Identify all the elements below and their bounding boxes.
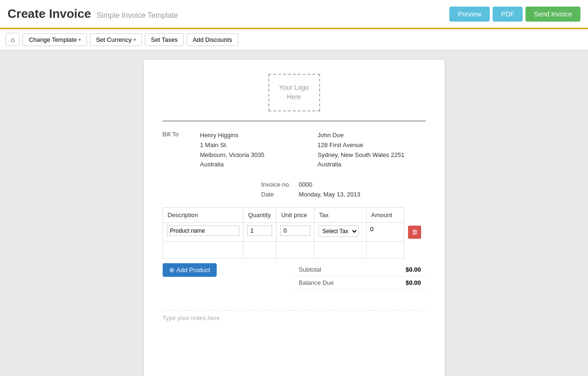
to-address2: Sydney, New South Wales 2251 xyxy=(318,150,426,160)
delete-row-button[interactable]: 🗑 xyxy=(408,226,421,239)
col-tax: Tax xyxy=(314,208,366,223)
add-discounts-label: Add Discounts xyxy=(193,36,232,43)
amount-cell: 0 xyxy=(366,223,404,242)
change-template-label: Change Template xyxy=(29,36,77,43)
toolbar: ⌂ Change Template ▾ Set Currency ▾ Set T… xyxy=(0,29,588,50)
to-address1: 128 First Avenue xyxy=(318,141,426,150)
unit-price-input[interactable] xyxy=(280,226,310,236)
pdf-button[interactable]: PDF xyxy=(493,7,523,22)
col-unit-price: Unit price xyxy=(276,208,314,223)
home-icon: ⌂ xyxy=(11,36,15,43)
bill-to-info: John Doe 128 First Avenue Sydney, New So… xyxy=(318,131,426,170)
notes-placeholder[interactable]: Type your notes here xyxy=(163,314,220,321)
invoice-meta: Invoice no. 0000 Date Monday, May 13, 20… xyxy=(163,181,426,198)
plus-icon: ⊕ xyxy=(169,266,174,274)
top-header: Create Invoice Simple Invoice Template P… xyxy=(0,0,588,29)
bill-from: Henry Higgins 1 Main St. Melbourn, Victo… xyxy=(200,131,308,170)
quantity-cell xyxy=(243,223,276,242)
set-taxes-label: Set Taxes xyxy=(151,36,178,43)
home-button[interactable]: ⌂ xyxy=(6,33,20,46)
logo-text: Your Logo Here xyxy=(279,83,309,102)
send-invoice-button[interactable]: Send Invoice xyxy=(525,7,580,22)
unit-price-cell xyxy=(276,223,314,242)
invoice-no-row: Invoice no. 0000 xyxy=(163,181,426,188)
balance-value: $0.00 xyxy=(378,276,425,290)
spacer-row xyxy=(163,242,425,258)
change-template-button[interactable]: Change Template ▾ xyxy=(23,33,87,46)
tax-cell: Select Tax xyxy=(314,223,366,242)
header-buttons: Preview PDF Send Invoice xyxy=(449,7,580,22)
description-input[interactable] xyxy=(167,226,239,236)
logo-area: Your Logo Here xyxy=(163,74,426,111)
subtotal-label: Subtotal xyxy=(294,263,379,276)
logo-placeholder[interactable]: Your Logo Here xyxy=(268,74,320,111)
table-row: Select Tax 0 🗑 xyxy=(163,223,425,242)
bill-to-label: Bill To xyxy=(163,131,191,170)
invoice-no-label: Invoice no. xyxy=(261,181,299,188)
add-discounts-button[interactable]: Add Discounts xyxy=(187,33,238,46)
add-product-label: Add Product xyxy=(177,266,211,274)
notes-area: Type your notes here xyxy=(163,310,426,325)
col-quantity: Quantity xyxy=(243,208,276,223)
from-country: Australia xyxy=(200,160,308,170)
page-title: Create Invoice xyxy=(8,7,91,21)
page-subtitle: Simple Invoice Template xyxy=(97,11,178,20)
change-template-caret: ▾ xyxy=(78,37,81,42)
invoice-no-value: 0000 xyxy=(299,181,313,188)
invoice-paper: Your Logo Here Bill To Henry Higgins 1 M… xyxy=(144,60,445,376)
set-currency-button[interactable]: Set Currency ▾ xyxy=(90,33,142,46)
totals-section: Subtotal $0.00 Balance Due $0.00 xyxy=(294,263,426,290)
from-address1: 1 Main St. xyxy=(200,141,308,150)
col-amount: Amount xyxy=(366,208,404,223)
amount-value: 0 xyxy=(370,226,374,233)
product-description-cell xyxy=(163,223,243,242)
set-currency-label: Set Currency xyxy=(96,36,132,43)
table-header-row: Description Quantity Unit price Tax Amou… xyxy=(163,208,425,223)
header-divider xyxy=(163,121,426,121)
col-description: Description xyxy=(163,208,243,223)
add-product-button[interactable]: ⊕ Add Product xyxy=(163,263,217,277)
main-content: Your Logo Here Bill To Henry Higgins 1 M… xyxy=(0,50,588,376)
set-currency-caret: ▾ xyxy=(133,37,136,42)
to-name: John Doe xyxy=(318,131,426,141)
date-value: Monday, May 13, 2013 xyxy=(299,191,361,198)
title-area: Create Invoice Simple Invoice Template xyxy=(8,7,178,21)
balance-row: Balance Due $0.00 xyxy=(294,276,426,290)
totals-table: Subtotal $0.00 Balance Due $0.00 xyxy=(294,263,426,290)
tax-select[interactable]: Select Tax xyxy=(318,226,359,237)
to-country: Australia xyxy=(318,160,426,170)
subtotal-value: $0.00 xyxy=(378,263,425,276)
set-taxes-button[interactable]: Set Taxes xyxy=(145,33,184,46)
delete-cell: 🗑 xyxy=(404,223,425,242)
from-address2: Melbourn, Victoria 3035 xyxy=(200,150,308,160)
add-product-row: ⊕ Add Product xyxy=(163,263,217,277)
from-name: Henry Higgins xyxy=(200,131,308,141)
date-row: Date Monday, May 13, 2013 xyxy=(163,191,426,198)
preview-button[interactable]: Preview xyxy=(449,7,490,22)
billing-section: Bill To Henry Higgins 1 Main St. Melbour… xyxy=(163,131,426,170)
balance-label: Balance Due xyxy=(294,276,379,290)
date-label: Date xyxy=(261,191,299,198)
invoice-table: Description Quantity Unit price Tax Amou… xyxy=(163,207,426,258)
subtotal-row: Subtotal $0.00 xyxy=(294,263,426,276)
quantity-input[interactable] xyxy=(247,226,273,236)
tax-select-container: Select Tax xyxy=(318,226,362,237)
trash-icon: 🗑 xyxy=(412,228,418,235)
